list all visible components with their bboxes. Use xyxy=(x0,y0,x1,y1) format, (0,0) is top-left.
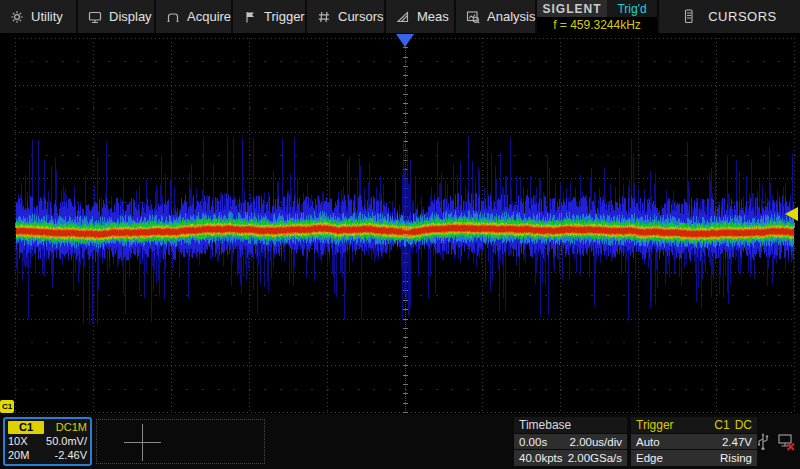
monitor-icon xyxy=(88,10,102,24)
menu-cursors-label: Cursors xyxy=(338,9,384,24)
trigger-mode: Auto xyxy=(636,436,660,448)
channel1-offset: -2.46V xyxy=(55,449,87,462)
waveform-area: C1 xyxy=(0,33,800,414)
trigger-source: C1 xyxy=(714,418,729,432)
trigger-level-marker[interactable] xyxy=(785,207,798,221)
trigger-type: Edge xyxy=(636,452,663,464)
trigger-position-marker[interactable] xyxy=(396,34,414,47)
chart-magnifier-icon xyxy=(466,10,480,24)
frequency-readout: f = 459.3244kHz xyxy=(537,17,657,33)
timebase-title: Timebase xyxy=(519,418,571,432)
waveform-display xyxy=(0,33,800,414)
channel1-descriptor-box[interactable]: C1 DC1M 10X 50.0mV/ 20M -2.46V xyxy=(3,417,92,466)
menu-trigger-label: Trigger xyxy=(264,9,305,24)
dialog-title: CURSORS xyxy=(708,9,777,24)
menu-acquire-label: Acquire xyxy=(187,9,231,24)
trigger-title: Trigger xyxy=(636,418,674,432)
oscilloscope-screen: Utility Display Acquire Trigger Cur xyxy=(0,0,800,469)
arch-icon xyxy=(166,10,180,24)
menu-meas-label: Meas xyxy=(417,9,449,24)
slope-triangle-icon xyxy=(396,10,410,24)
channel1-bandwidth: 20M xyxy=(8,449,29,462)
channel-offset-tag[interactable]: C1 xyxy=(0,400,14,413)
trigger-slope: Rising xyxy=(720,452,752,464)
usb-icon xyxy=(755,432,771,452)
menu-utility[interactable]: Utility xyxy=(0,0,78,33)
plus-icon xyxy=(142,424,143,461)
timebase-memory: 40.0kpts xyxy=(519,452,562,464)
channel1-probe: 10X xyxy=(8,435,28,448)
menubar: Utility Display Acquire Trigger Cur xyxy=(0,0,800,33)
trigger-box[interactable]: Trigger C1 DC Auto 2.47V Edge Rising xyxy=(631,417,757,466)
trigger-level: 2.47V xyxy=(722,436,752,448)
timebase-sample-rate: 2.00GSa/s xyxy=(568,452,622,464)
trigger-coupling: DC xyxy=(735,418,752,432)
hash-icon xyxy=(317,10,331,24)
lan-disconnected-icon xyxy=(777,432,796,452)
notepad-icon xyxy=(682,9,695,24)
active-dialog-header[interactable]: CURSORS xyxy=(659,0,800,33)
channel1-name-chip: C1 xyxy=(8,421,44,434)
trigger-status-badge: Trig'd xyxy=(607,0,657,17)
menu-acquire[interactable]: Acquire xyxy=(156,0,233,33)
menu-analysis[interactable]: Analysis xyxy=(456,0,537,33)
menu-utility-label: Utility xyxy=(31,9,63,24)
menu-cursors[interactable]: Cursors xyxy=(307,0,386,33)
add-channel-slot[interactable] xyxy=(96,419,265,464)
timebase-delay: 0.00s xyxy=(519,436,547,448)
menu-analysis-label: Analysis xyxy=(487,9,535,24)
statusbar: C1 DC1M 10X 50.0mV/ 20M -2.46V Timebase … xyxy=(0,414,800,469)
channel1-scale: 50.0mV/ xyxy=(46,435,87,448)
channel1-coupling: DC1M xyxy=(56,421,87,434)
gear-icon xyxy=(10,10,24,24)
flag-icon xyxy=(243,10,257,24)
menu-display[interactable]: Display xyxy=(78,0,156,33)
menu-display-label: Display xyxy=(109,9,152,24)
brand-block: SIGLENT Trig'd f = 459.3244kHz xyxy=(537,0,659,33)
timebase-box[interactable]: Timebase 0.00s 2.00us/div 40.0kpts 2.00G… xyxy=(514,417,627,466)
menu-meas[interactable]: Meas xyxy=(386,0,456,33)
siglent-logo: SIGLENT xyxy=(537,0,607,17)
menu-trigger[interactable]: Trigger xyxy=(233,0,307,33)
timebase-scale: 2.00us/div xyxy=(570,436,622,448)
